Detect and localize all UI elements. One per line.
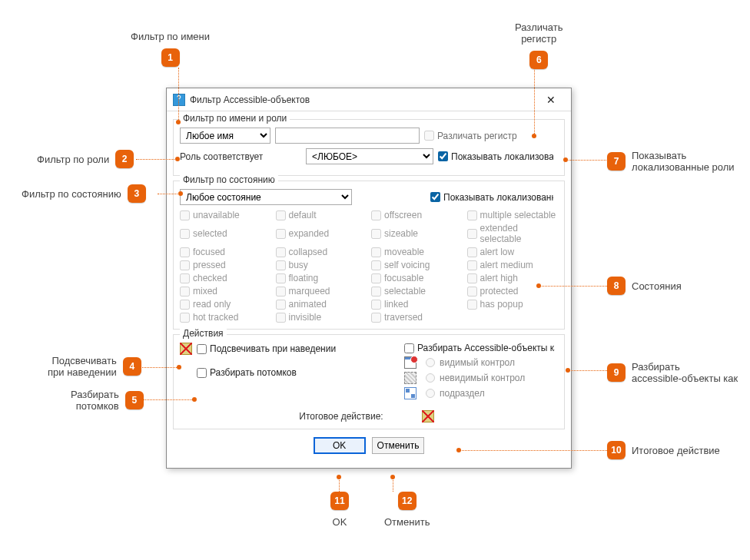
- state-checkbox[interactable]: linked: [371, 299, 463, 310]
- highlight-checkbox[interactable]: Подсвечивать при наведении: [197, 343, 336, 354]
- state-checkbox[interactable]: traversed: [371, 312, 463, 323]
- state-checkbox[interactable]: selectable: [371, 286, 463, 297]
- state-label: linked: [384, 299, 408, 310]
- state-checkbox[interactable]: busy: [276, 260, 367, 270]
- callout-6: Различатьрегистр 6: [515, 22, 562, 69]
- state-checkbox[interactable]: moveable: [371, 247, 463, 257]
- callout-badge-1: 1: [161, 48, 180, 67]
- radio-visible-row[interactable]: видимый контрол: [404, 356, 558, 369]
- state-checkbox[interactable]: marqueed: [276, 286, 367, 297]
- state-label: mixed: [193, 286, 217, 297]
- state-checkbox[interactable]: extended selectable: [467, 223, 559, 244]
- state-checkbox[interactable]: animated: [276, 299, 367, 310]
- state-checkbox[interactable]: focused: [180, 247, 271, 257]
- state-checkbox[interactable]: protected: [467, 286, 559, 297]
- state-checkbox[interactable]: has popup: [467, 299, 559, 310]
- callout-5-label: Разбиратьпотомков: [71, 389, 119, 412]
- show-localized-roles-checkbox[interactable]: Показывать локализованн: [438, 151, 553, 162]
- state-checkbox[interactable]: multiple selectable: [467, 210, 559, 220]
- state-checkbox[interactable]: offscreen: [371, 210, 463, 220]
- state-label: sizeable: [384, 228, 418, 239]
- state-select[interactable]: Любое состояние: [180, 189, 352, 205]
- name-filter-select[interactable]: Любое имя: [180, 128, 270, 144]
- role-select[interactable]: <ЛЮБОЕ>: [306, 148, 433, 164]
- titlebar[interactable]: Фильтр Accessible-объектов ✕: [167, 88, 571, 111]
- states-grid: unavailabledefaultoffscreenmultiple sele…: [180, 210, 558, 323]
- filter-dialog: Фильтр Accessible-объектов ✕ Фильтр по и…: [166, 88, 572, 469]
- state-checkbox[interactable]: alert low: [467, 247, 559, 257]
- radio-subsection-row[interactable]: подраздел: [404, 387, 558, 399]
- callout-1: Фильтр по имени 1: [131, 31, 210, 67]
- state-checkbox[interactable]: hot tracked: [180, 312, 271, 323]
- state-label: floating: [289, 273, 319, 283]
- group-actions-title: Действия: [180, 328, 227, 339]
- parse-children-checkbox[interactable]: Разбирать потомков: [197, 367, 297, 378]
- radio-invisible-row[interactable]: невидимый контрол: [404, 372, 558, 384]
- case-sensitive-label: Различать регистр: [437, 131, 517, 141]
- state-label: alert medium: [480, 260, 533, 270]
- state-checkbox[interactable]: sizeable: [371, 223, 463, 244]
- show-localized-states-label: Показывать локализованны: [443, 192, 553, 203]
- callout-badge-12: 12: [398, 492, 416, 510]
- state-label: collapsed: [289, 247, 328, 257]
- callout-9-label: Разбиратьaccessible-объекты как: [632, 361, 738, 384]
- state-checkbox[interactable]: floating: [276, 273, 367, 283]
- visible-control-icon: [404, 356, 416, 369]
- parse-as-checkbox[interactable]: Разбирать Accessible-объекты ка: [404, 343, 555, 353]
- state-label: default: [289, 210, 317, 220]
- state-label: selected: [193, 228, 227, 239]
- show-localized-states-checkbox[interactable]: Показывать локализованны: [430, 192, 553, 203]
- state-label: pressed: [193, 260, 226, 270]
- callout-11-label: OK: [333, 516, 347, 528]
- state-checkbox[interactable]: invisible: [276, 312, 367, 323]
- ok-button[interactable]: OK: [314, 437, 366, 454]
- state-label: checked: [193, 273, 227, 283]
- state-label: extended selectable: [480, 223, 559, 244]
- show-localized-roles-label: Показывать локализованн: [451, 151, 553, 162]
- cancel-button[interactable]: Отменить: [372, 437, 425, 454]
- callout-5: Разбиратьпотомков 5: [71, 389, 144, 412]
- group-name-role: Фильтр по имени и роли Любое имя Различа…: [173, 119, 565, 176]
- close-button[interactable]: ✕: [536, 91, 566, 108]
- state-checkbox[interactable]: focusable: [371, 273, 463, 283]
- state-checkbox[interactable]: alert high: [467, 273, 559, 283]
- callout-10-label: Итоговое действие: [632, 445, 720, 456]
- state-checkbox[interactable]: unavailable: [180, 210, 271, 220]
- name-filter-input[interactable]: [275, 128, 420, 144]
- callout-badge-7: 7: [607, 152, 626, 171]
- callout-8: Состояния 8: [607, 277, 682, 295]
- case-sensitive-checkbox[interactable]: Различать регистр: [424, 131, 517, 141]
- callout-badge-9: 9: [607, 363, 626, 382]
- state-checkbox[interactable]: alert medium: [467, 260, 559, 270]
- state-checkbox[interactable]: self voicing: [371, 260, 463, 270]
- state-checkbox[interactable]: mixed: [180, 286, 271, 297]
- state-checkbox[interactable]: checked: [180, 273, 271, 283]
- state-checkbox[interactable]: read only: [180, 299, 271, 310]
- state-label: expanded: [289, 228, 330, 239]
- final-action-icon: [422, 410, 434, 422]
- radio-invisible-label: невидимый контрол: [440, 373, 525, 383]
- state-label: offscreen: [384, 210, 422, 220]
- state-checkbox[interactable]: [467, 312, 559, 323]
- callout-2: Фильтр по роли 2: [37, 150, 134, 168]
- state-checkbox[interactable]: selected: [180, 223, 271, 244]
- state-checkbox[interactable]: pressed: [180, 260, 271, 270]
- state-checkbox[interactable]: expanded: [276, 223, 367, 244]
- state-checkbox[interactable]: default: [276, 210, 367, 220]
- callout-4: Подсвечиватьпри наведении 4: [48, 355, 141, 378]
- parse-children-label: Разбирать потомков: [210, 367, 297, 378]
- state-label: traversed: [384, 312, 423, 323]
- highlight-icon: [180, 343, 192, 355]
- callout-badge-5: 5: [125, 391, 144, 409]
- highlight-label: Подсвечивать при наведении: [210, 343, 336, 354]
- group-state: Фильтр по состоянию Любое состояние Пока…: [173, 181, 565, 330]
- callout-badge-6: 6: [529, 51, 548, 69]
- callout-10: Итоговое действие 10: [607, 441, 720, 459]
- state-label: protected: [480, 286, 519, 297]
- callout-badge-10: 10: [607, 441, 626, 459]
- state-checkbox[interactable]: collapsed: [276, 247, 367, 257]
- state-label: selectable: [384, 286, 426, 297]
- group-actions: Действия Подсвечивать при наведении Разб…: [173, 334, 565, 429]
- callout-badge-2: 2: [115, 150, 134, 168]
- callout-3-label: Фильтр по состоянию: [22, 188, 121, 200]
